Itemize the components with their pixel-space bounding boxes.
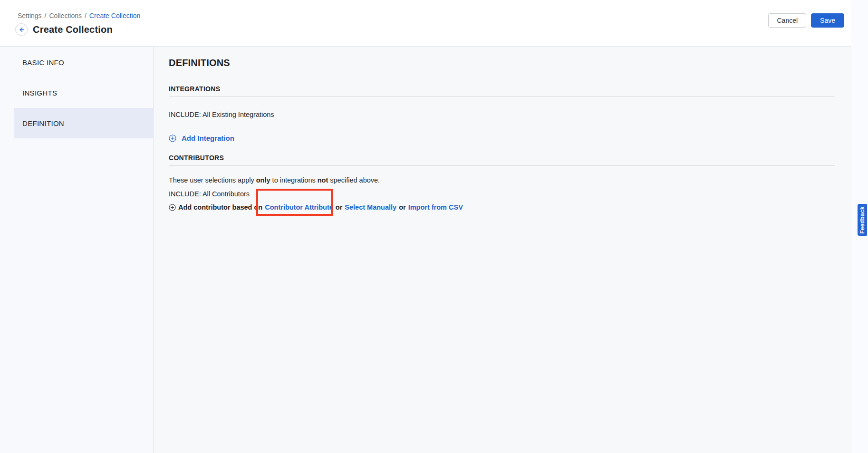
sidebar-item-basic-info[interactable]: BASIC INFO	[0, 47, 153, 77]
header-left: Settings/Collections/Create Collection C…	[0, 0, 140, 46]
select-manually-link[interactable]: Select Manually	[345, 203, 396, 211]
note-text: specified above.	[328, 176, 380, 184]
contributors-include-line: INCLUDE: All Contributors	[169, 190, 835, 198]
note-bold-not: not	[318, 176, 328, 184]
page-title: Create Collection	[33, 24, 113, 35]
breadcrumb-separator: /	[85, 12, 87, 19]
note-text: to integrations	[270, 176, 318, 184]
app-card: Settings/Collections/Create Collection C…	[0, 0, 851, 453]
add-contributor-prefix: Add contributor based on	[178, 203, 262, 211]
note-text: These user selections apply	[169, 176, 256, 184]
sidebar-item-definition[interactable]: DEFINITION	[14, 108, 153, 138]
page-body: BASIC INFO INSIGHTS DEFINITION DEFINITIO…	[0, 47, 851, 453]
note-bold-only: only	[256, 176, 270, 184]
breadcrumb-settings[interactable]: Settings	[18, 12, 42, 19]
integrations-include-line: INCLUDE: All Existing Integrations	[169, 111, 835, 118]
import-from-csv-link[interactable]: Import from CSV	[408, 203, 463, 211]
sidebar: BASIC INFO INSIGHTS DEFINITION	[0, 47, 154, 453]
cancel-button[interactable]: Cancel	[768, 13, 806, 28]
add-contributor-row: Add contributor based on Contributor Att…	[169, 203, 835, 211]
sidebar-item-insights[interactable]: INSIGHTS	[0, 77, 153, 108]
or-text: or	[336, 203, 343, 211]
or-text: or	[399, 203, 406, 211]
breadcrumb-collections[interactable]: Collections	[49, 12, 81, 19]
definitions-title: DEFINITIONS	[169, 58, 835, 68]
save-button[interactable]: Save	[811, 13, 844, 28]
back-button[interactable]	[15, 23, 28, 36]
breadcrumb-separator: /	[45, 12, 47, 19]
header-actions: Cancel Save	[768, 0, 851, 46]
plus-circle-icon	[169, 204, 176, 211]
main-content: DEFINITIONS INTEGRATIONS INCLUDE: All Ex…	[154, 47, 851, 453]
page-header: Settings/Collections/Create Collection C…	[0, 0, 851, 47]
plus-circle-icon	[169, 135, 176, 142]
feedback-tab[interactable]: Feedback	[858, 204, 867, 236]
page-root: Settings/Collections/Create Collection C…	[0, 0, 868, 453]
title-row: Create Collection	[15, 23, 140, 36]
contributors-note: These user selections apply only to inte…	[169, 176, 835, 184]
back-arrow-icon	[19, 27, 25, 33]
contributor-attribute-link[interactable]: Contributor Attribute	[265, 203, 333, 211]
feedback-tab-label: Feedback	[859, 206, 866, 234]
integrations-section-header: INTEGRATIONS	[169, 85, 835, 97]
contributors-section-header: CONTRIBUTORS	[169, 154, 835, 166]
breadcrumb: Settings/Collections/Create Collection	[18, 12, 140, 19]
add-integration-label: Add Integration	[182, 134, 234, 142]
add-integration-button[interactable]: Add Integration	[169, 134, 234, 142]
breadcrumb-create-collection[interactable]: Create Collection	[89, 12, 140, 19]
